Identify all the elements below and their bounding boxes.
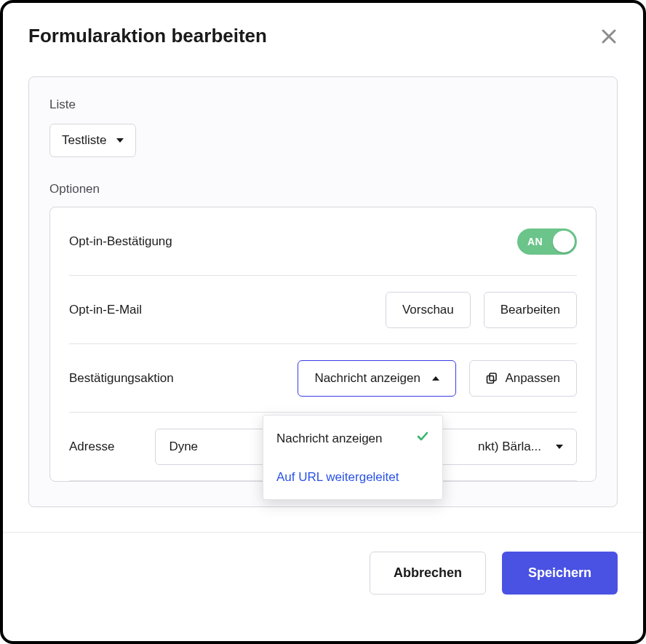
cancel-button[interactable]: Abbrechen — [370, 552, 486, 595]
optin-email-label: Opt-in-E-Mail — [69, 303, 142, 317]
confirm-action-label: Bestätigungsaktion — [69, 371, 174, 386]
toggle-knob — [553, 231, 575, 253]
address-value-suffix: nkt) Bärla... — [478, 440, 541, 454]
toggle-on-label: AN — [527, 236, 543, 247]
caret-up-icon — [432, 376, 439, 381]
row-optin-email: Opt-in-E-Mail Vorschau Bearbeiten — [69, 276, 577, 344]
menu-item-redirect-url[interactable]: Auf URL weitergeleitet — [263, 458, 442, 496]
save-button[interactable]: Speichern — [502, 552, 618, 595]
row-optin-confirm: Opt-in-Bestätigung AN — [69, 207, 577, 276]
confirm-action-select[interactable]: Nachricht anzeigen — [298, 360, 456, 397]
optin-confirm-label: Opt-in-Bestätigung — [69, 234, 172, 249]
options-box: Opt-in-Bestätigung AN Opt-in-E-Mail Vors… — [49, 207, 597, 482]
optin-confirm-toggle[interactable]: AN — [517, 228, 577, 255]
form-panel: Liste Testliste Optionen Opt-in-Bestätig… — [28, 76, 618, 507]
svg-rect-1 — [490, 373, 496, 381]
dialog-body: Formularaktion bearbeiten Liste Testlist… — [3, 3, 643, 507]
confirm-action-value: Nachricht anzeigen — [314, 371, 420, 386]
list-label: Liste — [49, 98, 597, 112]
list-select-value: Testliste — [62, 133, 106, 148]
dialog-header: Formularaktion bearbeiten — [28, 25, 618, 47]
preview-button[interactable]: Vorschau — [386, 292, 471, 328]
caret-down-icon — [556, 445, 563, 449]
customize-button[interactable]: Anpassen — [469, 360, 577, 397]
check-icon — [416, 430, 429, 447]
caret-down-icon — [116, 138, 124, 143]
list-select[interactable]: Testliste — [49, 124, 136, 157]
menu-item-show-message[interactable]: Nachricht anzeigen — [263, 418, 442, 458]
row-confirm-action: Bestätigungsaktion Nachricht anzeigen An… — [69, 344, 577, 413]
dialog-title: Formularaktion bearbeiten — [28, 25, 267, 47]
address-label: Adresse — [69, 440, 114, 454]
options-label: Optionen — [49, 182, 597, 196]
address-value-prefix: Dyne — [169, 440, 198, 454]
edit-button[interactable]: Bearbeiten — [484, 292, 577, 328]
dialog-frame: Formularaktion bearbeiten Liste Testlist… — [0, 0, 646, 644]
confirm-action-menu: Nachricht anzeigen Auf URL weitergeleite… — [263, 415, 443, 500]
dialog-footer: Abbrechen Speichern — [3, 532, 643, 613]
close-icon[interactable] — [600, 28, 618, 45]
svg-rect-0 — [487, 375, 494, 383]
copy-icon — [486, 373, 498, 384]
